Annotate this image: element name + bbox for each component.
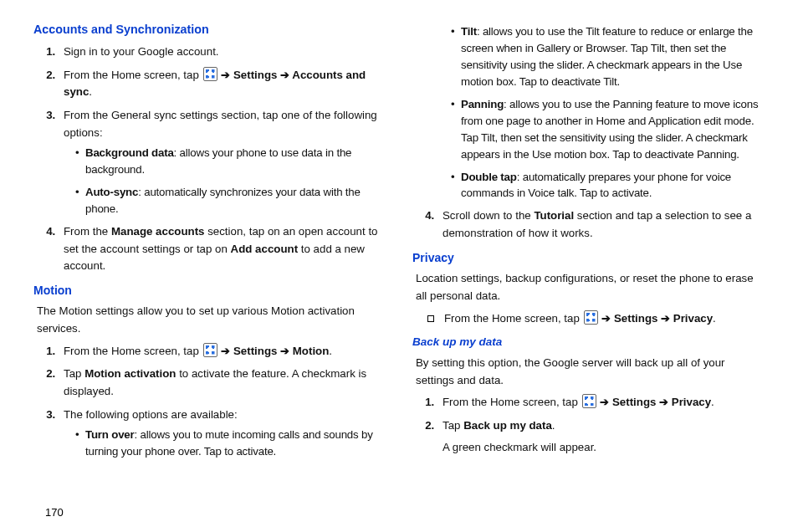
step-1: From the Home screen, tap ➔ Settings ➔ M… xyxy=(59,343,386,361)
step-3: From the General sync settings section, … xyxy=(59,107,386,217)
label-settings: Settings xyxy=(230,345,280,357)
apps-icon xyxy=(203,343,217,357)
text: . xyxy=(711,396,714,408)
step-1: Sign in to your Google account. xyxy=(59,43,386,61)
step-1: From the Home screen, tap ➔ Settings ➔ P… xyxy=(437,394,765,412)
heading-privacy: Privacy xyxy=(412,249,765,268)
privacy-intro: Location settings, backup configurations… xyxy=(412,270,765,304)
label: Back up my data xyxy=(463,419,552,432)
text: From the Home screen, tap xyxy=(64,69,202,81)
step-2: From the Home screen, tap ➔ Settings ➔ A… xyxy=(59,67,386,101)
label-settings: Settings xyxy=(230,69,280,81)
heading-accounts-sync: Accounts and Synchronization xyxy=(33,20,386,38)
text: Tap xyxy=(64,367,84,380)
label-settings: Settings xyxy=(611,312,661,325)
sub-options: Background data: allows your phone to us… xyxy=(64,145,386,217)
label-motion: Motion xyxy=(289,345,329,357)
label: Motion activation xyxy=(84,367,176,380)
opt-auto-sync: Auto-sync: automatically synchronizes yo… xyxy=(75,184,386,217)
privacy-step: From the Home screen, tap ➔ Settings ➔ P… xyxy=(412,310,765,328)
arrow-icon: ➔ xyxy=(280,69,289,81)
label: Tutorial xyxy=(534,209,574,222)
text: The following options are available: xyxy=(64,408,238,421)
motion-intro: The Motion settings allow you to set up … xyxy=(33,303,386,337)
heading-motion: Motion xyxy=(33,282,386,300)
opt-background-data: Background data: allows your phone to us… xyxy=(75,145,386,178)
arrow-icon: ➔ xyxy=(221,69,230,81)
motion-steps: From the Home screen, tap ➔ Settings ➔ M… xyxy=(33,343,386,460)
result-text: A green checkmark will appear. xyxy=(442,439,765,457)
label-privacy: Privacy xyxy=(670,312,713,325)
arrow-icon: ➔ xyxy=(659,396,668,408)
label: Add account xyxy=(231,243,299,255)
label-privacy: Privacy xyxy=(668,396,711,408)
opt-turn-over: Turn over: allows you to mute incoming c… xyxy=(75,427,386,460)
text: From the Home screen, tap xyxy=(442,396,581,408)
text: . xyxy=(89,85,92,98)
step-3: The following options are available: Tur… xyxy=(59,407,386,460)
left-column: Accounts and Synchronization Sign in to … xyxy=(33,20,386,524)
arrow-icon: ➔ xyxy=(661,312,670,325)
text: Tap xyxy=(442,419,463,432)
opt-tilt: Tilt: allows you to use the Tilt feature… xyxy=(451,23,765,90)
opt-double-tap: Double tap: automatically prepares your … xyxy=(451,169,765,202)
opt-panning: Panning: allows you to use the Panning f… xyxy=(451,96,765,163)
accounts-steps: Sign in to your Google account. From the… xyxy=(33,43,386,275)
text: Scroll down to the xyxy=(442,209,534,222)
apps-icon xyxy=(584,310,598,325)
heading-backup: Back up my data xyxy=(412,334,765,351)
manual-page: Accounts and Synchronization Sign in to … xyxy=(0,0,798,532)
apps-icon xyxy=(582,394,596,408)
text: . xyxy=(713,312,716,325)
text: : allows you to use the Panning feature … xyxy=(461,98,758,161)
label: Double tap xyxy=(461,171,517,183)
step-2: Tap Motion activation to activate the fe… xyxy=(59,366,386,400)
backup-intro: By setting this option, the Google serve… xyxy=(412,355,765,389)
text: . xyxy=(329,345,332,357)
step-4: From the Manage accounts section, tap on… xyxy=(59,223,386,275)
step-2: Tap Back up my data. A green checkmark w… xyxy=(437,417,765,457)
text: From the Home screen, tap xyxy=(64,345,202,357)
label: Background data xyxy=(85,146,174,159)
motion-options-cont: Tilt: allows you to use the Tilt feature… xyxy=(412,23,765,202)
right-column: Tilt: allows you to use the Tilt feature… xyxy=(412,20,765,524)
text: . xyxy=(552,419,555,432)
label: Tilt xyxy=(461,25,477,38)
text: From the Home screen, tap xyxy=(444,312,583,325)
label: Panning xyxy=(461,98,504,110)
page-number: 170 xyxy=(45,506,64,519)
arrow-icon: ➔ xyxy=(221,345,230,357)
label: Auto-sync xyxy=(85,186,138,198)
arrow-icon: ➔ xyxy=(280,345,289,357)
apps-icon xyxy=(203,67,217,81)
text: From the xyxy=(64,225,111,238)
label: Turn over xyxy=(85,428,135,441)
sub-options: Turn over: allows you to mute incoming c… xyxy=(64,427,386,460)
label: Manage accounts xyxy=(111,225,205,238)
backup-steps: From the Home screen, tap ➔ Settings ➔ P… xyxy=(412,394,765,457)
arrow-icon: ➔ xyxy=(600,396,609,408)
step: From the Home screen, tap ➔ Settings ➔ P… xyxy=(432,310,765,328)
text: : allows you to use the Tilt feature to … xyxy=(461,25,753,88)
label-settings: Settings xyxy=(609,396,659,408)
motion-steps-cont: Scroll down to the Tutorial section and … xyxy=(412,207,765,242)
text: From the General sync settings section, … xyxy=(64,109,377,139)
arrow-icon: ➔ xyxy=(601,312,611,325)
step-4: Scroll down to the Tutorial section and … xyxy=(437,207,765,242)
